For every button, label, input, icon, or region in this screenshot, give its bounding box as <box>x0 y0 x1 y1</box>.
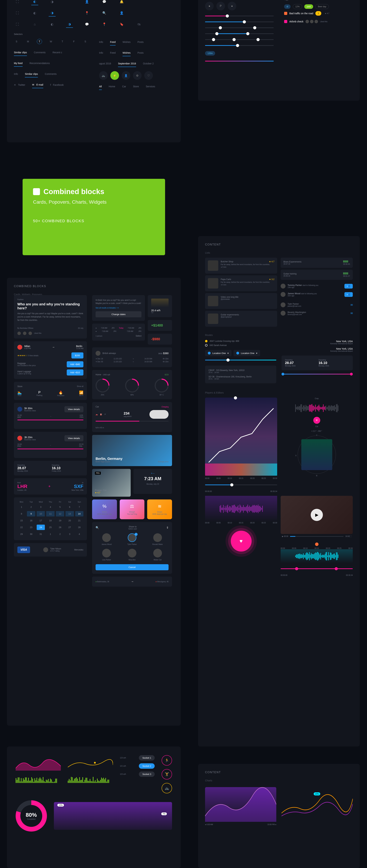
bike-icon[interactable]: 🚲 <box>162 783 172 793</box>
tab-comments2[interactable]: Comments <box>45 71 57 78</box>
prague-photo[interactable]: PRG Prague, Cze ★ 4.7 <box>92 469 131 497</box>
day-f[interactable]: F <box>71 39 77 44</box>
add-hand-btn[interactable]: Add +$10 <box>67 369 83 375</box>
tab-email[interactable]: ✉ E-mail <box>32 82 43 88</box>
cal-day[interactable]: 6 <box>65 504 74 510</box>
cal-day[interactable]: 1 <box>18 504 26 510</box>
cal-day[interactable]: 21 <box>75 518 83 523</box>
list-item[interactable]: Papa Carlo★ 3.2Far far away, behind the … <box>205 275 277 291</box>
share-icon[interactable]: ⇪ <box>166 526 169 529</box>
slider-2[interactable] <box>205 22 274 22</box>
heart-button[interactable]: ♥ <box>231 531 252 552</box>
chip-user[interactable]: 👤 <box>122 71 130 80</box>
store-item[interactable]: 🔥Fireplace <box>57 391 64 397</box>
cal-day[interactable]: 31 <box>37 531 45 537</box>
pchip-p[interactable]: P <box>216 2 225 10</box>
t-home[interactable]: Home <box>109 83 115 90</box>
contrast-icon-active[interactable]: ◑ <box>49 9 56 17</box>
slider-1[interactable] <box>205 16 274 16</box>
play-button[interactable]: ▶ <box>311 509 323 521</box>
cal-day[interactable]: 20 <box>65 518 74 523</box>
video-thumb[interactable]: ▶ <box>281 496 353 534</box>
t-aug[interactable]: ugust 2016 <box>99 60 111 67</box>
metric-tile[interactable]: ⚖WeighYou lost 9 kg <box>120 499 145 519</box>
t-car[interactable]: Car <box>122 83 126 90</box>
tab-info[interactable]: Info <box>14 71 18 78</box>
cal-day[interactable]: 16 <box>27 518 35 523</box>
cal-day[interactable]: 11 <box>46 511 54 517</box>
slider-6[interactable] <box>205 45 274 46</box>
search-icon[interactable]: 🔍 <box>95 526 99 529</box>
cancel-button[interactable]: Cancel <box>95 564 169 570</box>
t-wishes[interactable]: Wishes <box>122 39 131 45</box>
cal-day[interactable]: 5 <box>56 504 64 510</box>
t-store[interactable]: Store <box>133 83 139 90</box>
cal-day[interactable]: 12 <box>56 511 64 517</box>
stars-photo[interactable] <box>205 398 277 476</box>
metric-tile[interactable]: ≋Steps2639 steps per day <box>147 499 172 519</box>
user-icon[interactable]: 👤 <box>118 9 125 17</box>
chat-icon[interactable]: 💬 <box>83 21 90 28</box>
bag-icon[interactable]: 🛍 <box>136 21 142 28</box>
day-t2[interactable]: T <box>60 39 65 44</box>
marker-a[interactable] <box>282 373 284 375</box>
cal-day[interactable]: 27 <box>65 525 74 530</box>
fullscreen-icon[interactable]: ⛶ <box>349 535 351 537</box>
orientation-dial[interactable]: Y X R <box>298 436 336 474</box>
cal-day[interactable]: 10 <box>37 511 45 517</box>
tab-recent[interactable]: Recent c <box>53 49 62 56</box>
socket-toggle[interactable]: Socket 2 <box>139 763 154 769</box>
home-icon[interactable]: ⌂ <box>31 21 38 28</box>
expand-icon[interactable]: ⛶ <box>14 21 21 28</box>
check-traffic[interactable]: Bad traffic on the road 1 ★ 4.7 <box>284 9 353 18</box>
search-icon[interactable]: 🔍 <box>101 9 108 17</box>
tab-twitter[interactable]: ✕ Twitter <box>14 82 25 88</box>
t-feed[interactable]: Feed <box>110 39 116 45</box>
loc-pill-a[interactable]: Location One▾ <box>205 350 231 356</box>
tab-facebook[interactable]: f Facebook <box>50 82 64 88</box>
store-item[interactable]: PParking <box>36 391 43 396</box>
cal-day[interactable]: 14 <box>75 511 83 517</box>
cal-day[interactable]: 19 <box>56 518 64 523</box>
cal-day[interactable]: 4 <box>46 504 54 510</box>
t-all[interactable]: All <box>99 83 102 90</box>
aviasales-link[interactable]: See all results on Avisales ⟶ <box>95 307 141 309</box>
t-info[interactable]: Info <box>99 39 103 45</box>
expand-icon[interactable]: ⛶ <box>14 0 21 5</box>
cal-day[interactable]: 9 <box>27 511 35 517</box>
list-item[interactable]: Guitar experements@georgetpaul <box>205 311 277 327</box>
contrast-icon[interactable]: ◐ <box>31 9 38 17</box>
t-sep[interactable]: September 2016 <box>118 60 136 67</box>
tag-paid[interactable]: paid <box>304 4 313 9</box>
dumbbell-icon[interactable]: 🏋 <box>162 769 172 779</box>
store-item[interactable]: 📶Wi-Fi <box>79 391 83 397</box>
crop-waveform[interactable] <box>281 403 353 413</box>
price-btn[interactable]: $200 <box>72 352 83 359</box>
user-option[interactable]: Mister Cat <box>146 549 169 561</box>
socket-toggle[interactable]: Socket 3 <box>139 772 154 777</box>
cal-day[interactable]: 13 <box>65 511 74 517</box>
cal-day[interactable]: 24 <box>37 525 45 530</box>
cal-day[interactable]: 28 <box>75 525 83 530</box>
t2-info[interactable]: Info <box>99 50 103 56</box>
follow-button[interactable]: +👤 <box>344 292 353 297</box>
cal-day[interactable]: 18 <box>46 518 54 523</box>
dial-2[interactable] <box>125 379 139 393</box>
berlin-photo[interactable]: Berlin, Germany Berlin Tegel airportAver… <box>92 435 172 466</box>
tab-similar2[interactable]: Similar clips <box>25 71 38 78</box>
t2-posts[interactable]: Posts <box>137 50 144 56</box>
player-slider[interactable] <box>205 485 277 485</box>
day-w[interactable]: W <box>48 39 54 44</box>
route-slider[interactable] <box>205 360 276 361</box>
list-item[interactable]: Video one long title@johnleider <box>205 293 277 309</box>
list-item[interactable]: Guitar training20.06.1600:01.37 <box>281 270 353 280</box>
trim-slider[interactable] <box>281 568 353 569</box>
cal-day[interactable]: 15 <box>18 518 26 523</box>
user-icon[interactable]: 👤 <box>83 0 90 5</box>
tag-di[interactable]: di <box>284 4 290 9</box>
cal-day[interactable]: 3 <box>65 531 74 537</box>
user-option[interactable]: Lisa Parker <box>95 549 118 561</box>
cal-day[interactable]: 30 <box>27 531 35 537</box>
slider-5[interactable] <box>205 39 274 40</box>
gradient-slider[interactable] <box>205 61 274 61</box>
